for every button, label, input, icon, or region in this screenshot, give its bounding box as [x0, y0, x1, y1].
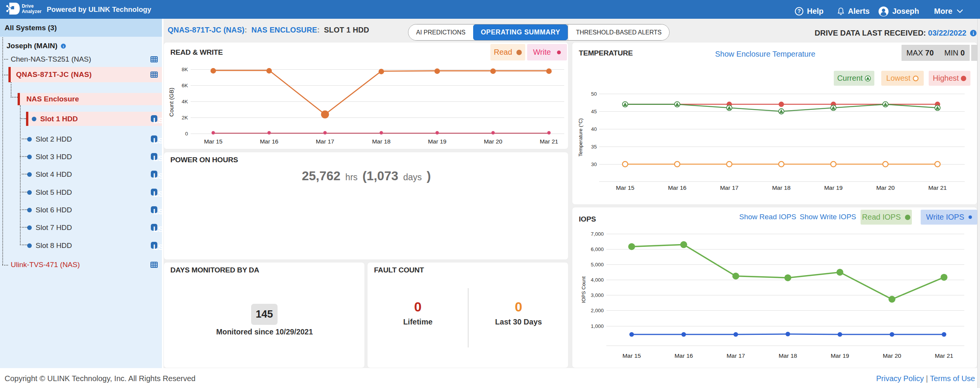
svg-text:40: 40 — [591, 126, 597, 132]
svg-text:Mar 16: Mar 16 — [675, 352, 693, 359]
svg-text:Mar 17: Mar 17 — [316, 138, 334, 145]
svg-text:30: 30 — [591, 161, 597, 167]
svg-text:Temperature (°C): Temperature (°C) — [578, 118, 583, 157]
svg-text:Mar 17: Mar 17 — [720, 184, 738, 191]
svg-text:4,000: 4,000 — [591, 277, 604, 283]
svg-text:Mar 17: Mar 17 — [727, 352, 745, 359]
svg-text:Mar 15: Mar 15 — [622, 352, 641, 359]
svg-text:Mar 20: Mar 20 — [484, 138, 503, 145]
svg-text:7,000: 7,000 — [591, 231, 604, 237]
svg-text:4K: 4K — [181, 99, 188, 104]
svg-text:0: 0 — [185, 131, 188, 137]
svg-text:6,000: 6,000 — [591, 246, 604, 252]
svg-text:50: 50 — [591, 91, 597, 97]
svg-text:5,000: 5,000 — [591, 262, 604, 267]
svg-text:Mar 18: Mar 18 — [772, 184, 791, 191]
svg-text:Mar 16: Mar 16 — [260, 138, 278, 145]
svg-text:45: 45 — [591, 109, 597, 114]
svg-text:Mar 20: Mar 20 — [883, 352, 902, 359]
svg-text:Mar 18: Mar 18 — [372, 138, 390, 145]
svg-text:2K: 2K — [181, 115, 188, 121]
svg-text:35: 35 — [591, 144, 597, 150]
svg-text:Mar 19: Mar 19 — [428, 138, 446, 145]
svg-text:Count (GB): Count (GB) — [168, 88, 175, 117]
svg-text:Mar 16: Mar 16 — [668, 184, 686, 191]
svg-text:2,000: 2,000 — [591, 308, 604, 313]
svg-text:6K: 6K — [181, 83, 188, 88]
svg-text:Mar 15: Mar 15 — [616, 184, 634, 191]
svg-text:Mar 20: Mar 20 — [876, 184, 895, 191]
svg-text:3,000: 3,000 — [591, 292, 604, 298]
svg-text:Mar 19: Mar 19 — [831, 352, 849, 359]
svg-text:Mar 15: Mar 15 — [204, 138, 222, 145]
svg-text:Mar 19: Mar 19 — [824, 184, 843, 191]
svg-text:Mar 21: Mar 21 — [928, 184, 947, 191]
svg-text:IOPS Count: IOPS Count — [581, 276, 586, 303]
svg-text:1,000: 1,000 — [591, 323, 604, 329]
svg-text:Mar 21: Mar 21 — [540, 138, 558, 145]
svg-text:Mar 18: Mar 18 — [779, 352, 797, 359]
svg-text:?: ? — [797, 8, 801, 14]
svg-text:8K: 8K — [181, 67, 188, 72]
svg-text:Mar 21: Mar 21 — [935, 352, 953, 359]
